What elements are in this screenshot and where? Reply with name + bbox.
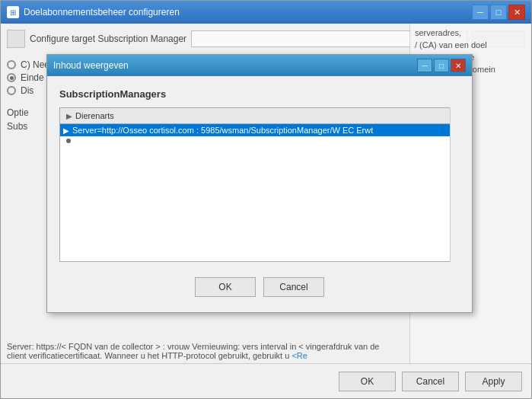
bullet-icon (66, 139, 71, 143)
modal-maximize-button[interactable]: □ (434, 59, 449, 72)
radio-dis (7, 86, 16, 95)
modal-dialog: Inhoud weergeven ─ □ ✕ SubscriptionManag… (46, 54, 473, 313)
expand-arrow-icon: ▶ (66, 112, 72, 120)
bg-option-einde-label: Einde (21, 72, 44, 83)
bg-configure-label: Configure target Subscription Manager (30, 34, 186, 44)
bottom-text-section: Server: https://< FQDN van de collector … (7, 342, 398, 360)
bg-icon (7, 30, 25, 48)
modal-table-wrapper: ▶ Dierenarts ▶ Server=http://Osseo corti… (59, 107, 460, 262)
modal-close-button[interactable]: ✕ (451, 59, 466, 72)
main-content: Configure target Subscription Manager C)… (1, 24, 531, 398)
bottom-bar: OK Cancel Apply (1, 363, 531, 398)
row-arrow-icon: ▶ (63, 126, 69, 135)
radio-c (7, 60, 16, 69)
modal-table-container: ▶ Dierenarts ▶ Server=http://Osseo corti… (59, 107, 460, 262)
apply-button[interactable]: Apply (465, 372, 522, 391)
bg-option-c-label: C) Nee (21, 59, 49, 70)
modal-cancel-button[interactable]: Cancel (263, 277, 324, 297)
modal-title-controls: ─ □ ✕ (417, 59, 466, 72)
right-panel-text-2: / (CA) van een doel (415, 40, 527, 49)
main-window: ⊞ Doelabonnementsbeheer configureren ─ □… (0, 0, 532, 399)
bg-option-dis-label: Dis (21, 85, 33, 96)
minimize-button[interactable]: ─ (472, 5, 489, 20)
modal-footer: OK Cancel (59, 274, 460, 300)
main-title-bar: ⊞ Doelabonnementsbeheer configureren ─ □… (1, 1, 531, 24)
table-column-header: Dierenarts (75, 111, 114, 120)
main-window-icon: ⊞ (7, 6, 19, 18)
right-panel-text-1: serveradres, (415, 28, 527, 37)
table-header-row: ▶ Dierenarts (60, 108, 459, 124)
ok-button[interactable]: OK (339, 372, 396, 391)
table-row-empty[interactable] (60, 136, 459, 145)
radio-einde (7, 73, 16, 82)
maximize-button[interactable]: □ (490, 5, 507, 20)
modal-title-bar: Inhoud weergeven ─ □ ✕ (47, 55, 472, 76)
re-link: <Re (291, 351, 307, 360)
modal-table-body: ▶ Server=http://Osseo cortisol.com : 598… (60, 124, 459, 261)
modal-ok-button[interactable]: OK (195, 277, 256, 297)
close-button[interactable]: ✕ (508, 5, 525, 20)
table-row[interactable]: ▶ Server=http://Osseo cortisol.com : 598… (60, 124, 459, 136)
bottom-text-line1: Server: https://< FQDN van de collector … (7, 342, 398, 360)
table-scrollbar[interactable] (450, 107, 460, 262)
table-cell-server: Server=http://Osseo cortisol.com : 5985/… (72, 126, 373, 135)
modal-section-title: SubscriptionManagers (59, 88, 460, 100)
modal-title: Inhoud weergeven (53, 60, 129, 71)
title-bar-controls: ─ □ ✕ (472, 5, 525, 20)
modal-body: SubscriptionManagers ▶ Dierenarts (47, 76, 472, 312)
modal-minimize-button[interactable]: ─ (417, 59, 432, 72)
title-bar-left: ⊞ Doelabonnementsbeheer configureren (7, 6, 180, 18)
main-window-title: Doelabonnementsbeheer configureren (24, 7, 180, 18)
cancel-button[interactable]: Cancel (402, 372, 459, 391)
